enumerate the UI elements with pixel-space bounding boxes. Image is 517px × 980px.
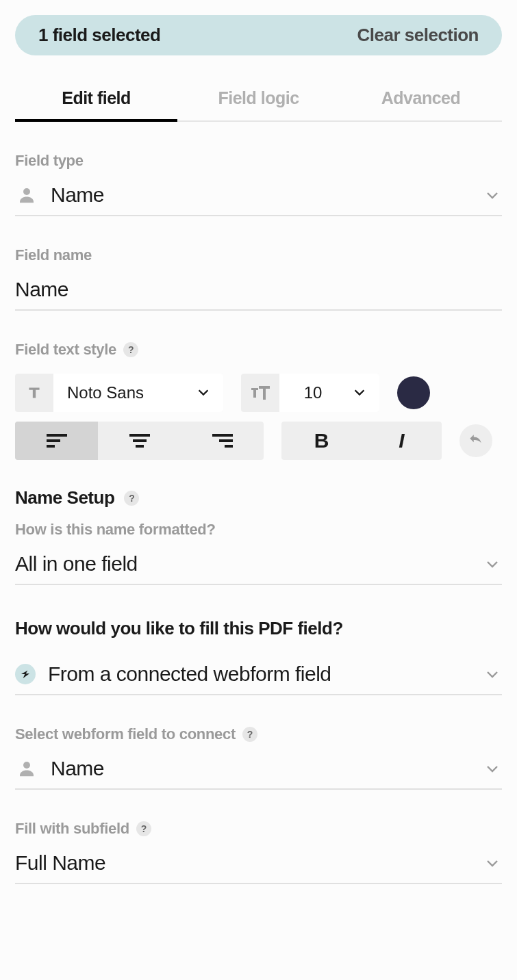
font-family-value: Noto Sans (67, 383, 177, 402)
font-size-select[interactable]: 10 (279, 374, 379, 412)
webform-field-value: Name (51, 757, 472, 780)
subfield-label-text: Fill with subfield (15, 820, 129, 838)
chevron-down-icon (352, 385, 368, 401)
undo-icon (467, 432, 485, 450)
bold-icon: B (314, 429, 329, 452)
svg-point-0 (23, 188, 30, 195)
tab-advanced[interactable]: Advanced (340, 76, 502, 120)
name-format-select[interactable]: All in one field (15, 544, 502, 585)
webform-field-label-text: Select webform field to connect (15, 725, 236, 743)
italic-button[interactable]: I (362, 422, 442, 460)
svg-rect-3 (47, 445, 55, 448)
fill-source-value: From a connected webform field (48, 662, 472, 686)
chevron-down-icon (484, 855, 501, 871)
tab-edit-field[interactable]: Edit field (15, 76, 177, 120)
subfield-select[interactable]: Full Name (15, 843, 502, 884)
help-icon[interactable]: ? (123, 342, 138, 357)
text-color-swatch[interactable] (397, 376, 430, 409)
text-align-group (15, 422, 264, 460)
subfield-label: Fill with subfield ? (15, 820, 502, 838)
webform-field-label: Select webform field to connect ? (15, 725, 502, 743)
font-size-value: 10 (293, 383, 333, 402)
chevron-down-icon (484, 556, 501, 572)
font-family-select[interactable]: Noto Sans (53, 374, 223, 412)
selection-count: 1 field selected (38, 25, 160, 46)
field-text-style-label: Field text style ? (15, 341, 502, 359)
chevron-down-icon (484, 666, 501, 682)
webform-icon (15, 664, 36, 684)
font-icon (15, 374, 53, 412)
svg-rect-5 (133, 439, 147, 442)
align-right-button[interactable] (181, 422, 264, 460)
help-icon[interactable]: ? (136, 821, 151, 836)
svg-rect-7 (212, 434, 233, 437)
text-format-group: B I (281, 422, 442, 460)
svg-rect-8 (219, 439, 233, 442)
help-icon[interactable]: ? (124, 491, 139, 506)
align-center-button[interactable] (98, 422, 181, 460)
font-size-control: 10 (241, 374, 379, 412)
field-name-value: Name (15, 278, 501, 301)
field-type-value: Name (51, 183, 472, 207)
reset-style-button[interactable] (459, 424, 492, 457)
font-size-icon (241, 374, 279, 412)
fill-source-select[interactable]: From a connected webform field (15, 654, 502, 695)
selection-banner: 1 field selected Clear selection (15, 15, 502, 55)
tabs: Edit field Field logic Advanced (15, 76, 502, 122)
name-setup-heading: Name Setup ? (15, 487, 502, 508)
subfield-value: Full Name (15, 851, 472, 875)
chevron-down-icon (484, 760, 501, 777)
name-format-value: All in one field (15, 552, 472, 576)
field-name-label: Field name (15, 246, 502, 264)
webform-field-select[interactable]: Name (15, 749, 502, 790)
name-format-label: How is this name formatted? (15, 521, 502, 539)
svg-rect-1 (47, 434, 67, 437)
name-setup-heading-text: Name Setup (15, 487, 114, 508)
fill-method-heading: How would you like to fill this PDF fiel… (15, 618, 502, 639)
field-type-label: Field type (15, 152, 502, 170)
field-type-select[interactable]: Name (15, 175, 502, 216)
svg-rect-9 (225, 445, 233, 448)
chevron-down-icon (484, 187, 501, 203)
field-text-style-label-text: Field text style (15, 341, 116, 359)
font-family-control: Noto Sans (15, 374, 223, 412)
field-name-input[interactable]: Name (15, 270, 502, 311)
align-left-button[interactable] (15, 422, 98, 460)
person-icon (15, 183, 38, 207)
svg-rect-4 (129, 434, 150, 437)
person-icon (15, 757, 38, 780)
svg-point-10 (23, 762, 30, 769)
svg-rect-6 (136, 445, 144, 448)
bold-button[interactable]: B (281, 422, 362, 460)
chevron-down-icon (196, 385, 212, 401)
italic-icon: I (399, 429, 404, 452)
tab-field-logic[interactable]: Field logic (177, 76, 340, 120)
svg-rect-2 (47, 439, 60, 442)
clear-selection-button[interactable]: Clear selection (357, 25, 479, 46)
help-icon[interactable]: ? (242, 727, 257, 742)
